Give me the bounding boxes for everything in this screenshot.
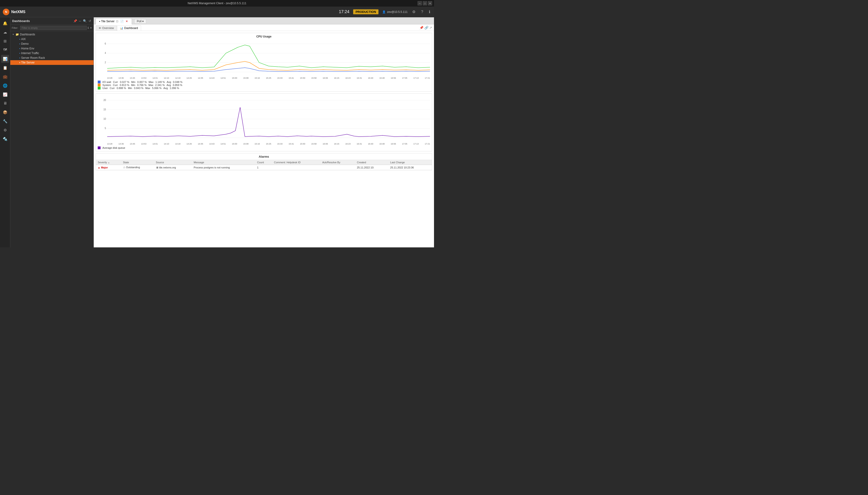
sub-tabs: 👁 Overview 📊 Dashboard 📌 🔗 ↗ [94, 24, 434, 31]
svg-text:2: 2 [105, 61, 106, 64]
legend-iowait-avg-label: Avg [167, 81, 171, 83]
nav-briefcase[interactable]: 💼 [1, 73, 9, 81]
legend-system-avg-label: Avg [167, 84, 171, 86]
col-severity[interactable]: Severity ▲ [96, 160, 121, 165]
tree-dashboard-icon: ▪ [19, 52, 20, 55]
title-text: NetXMS Management Client - zev@10.5.5.11… [188, 2, 246, 5]
legend-iowait-curr-label: Curr [113, 81, 118, 83]
maximize-button[interactable]: □ [423, 1, 427, 5]
nav-package[interactable]: 📦 [1, 108, 9, 116]
tree-item-tile-server[interactable]: ▪ Tile Server [10, 60, 93, 65]
app-name: NetXMS [11, 10, 25, 14]
filter-info-icon[interactable]: ℹ [88, 26, 89, 30]
disk-chart-block: 20 15 10 5 13:2813:3613:4513:5314:0114:1… [96, 93, 432, 151]
tree-item-aix[interactable]: ▪ AIX [10, 37, 93, 41]
col-helpdesk[interactable]: Comment: Helpdesk ID [272, 160, 320, 165]
col-created[interactable]: Created [355, 160, 388, 165]
col-state[interactable]: State [121, 160, 154, 165]
tree-area: ▼ 📁 Dashboards ▪ AIX ▪ Demo ▪ Home Env [10, 31, 93, 248]
disk-legend: Average disk queue [98, 147, 430, 149]
alarm-state-cell: ⚠ Outstanding [121, 165, 154, 170]
cpu-chart-block: CPU Usage 6 4 2 [96, 33, 432, 91]
sidebar-filter-icon[interactable]: 🔍 [83, 19, 87, 23]
sidebar-pin-icon[interactable]: 📌 [73, 19, 78, 23]
tab-bar: ▪ Tile Server ⊡ 📄 ✕ Poll ▾ [94, 17, 434, 24]
sub-tabs-right: 📌 🔗 ↗ [420, 26, 432, 31]
svg-text:10: 10 [103, 118, 106, 120]
col-last-change[interactable]: Last Change [388, 160, 432, 165]
tree-item-server-room-rack[interactable]: ▪ Server Room Rack [10, 55, 93, 60]
col-source[interactable]: Source [154, 160, 192, 165]
source-label: tile.netxms.org [159, 166, 176, 169]
sidebar-header: Dashboards 📌 ─ 🔍 ↺ [10, 17, 93, 25]
alarm-ack-cell [320, 165, 355, 170]
legend-iowait: I/O wait Curr 0.027 % Min 0.007 % Max 1.… [98, 81, 430, 83]
tab-clone-icon[interactable]: 📄 [120, 20, 124, 23]
content-area: ▪ Tile Server ⊡ 📄 ✕ Poll ▾ 👁 Overview [94, 17, 434, 248]
count-col-label: Count [257, 161, 264, 164]
tab-dashboard[interactable]: 📊 Dashboard [117, 25, 141, 31]
poll-button[interactable]: Poll ▾ [134, 19, 146, 24]
popout-icon[interactable]: ↗ [429, 26, 432, 30]
filter-clear-icon[interactable]: ✕ [90, 26, 92, 30]
col-message[interactable]: Message [192, 160, 255, 165]
cpu-legend: I/O wait Curr 0.027 % Min 0.007 % Max 1.… [98, 81, 430, 89]
nav-cloud[interactable]: ☁ [1, 28, 9, 36]
nav-chart[interactable]: 📈 [1, 90, 9, 98]
nav-wrench[interactable]: 🔩 [1, 135, 9, 143]
info-icon[interactable]: ℹ [428, 9, 431, 15]
cpu-x-axis: 13:2813:3613:4513:5314:0114:1014:1814:26… [98, 77, 430, 79]
pin-icon[interactable]: 📌 [420, 26, 423, 30]
disk-chart-svg: 20 15 10 5 [98, 96, 430, 142]
minimize-button[interactable]: ─ [418, 1, 422, 5]
help-icon[interactable]: ? [420, 10, 424, 15]
nav-globe[interactable]: 🌐 [1, 82, 9, 89]
tree-dashboard-icon: ▪ [19, 42, 20, 46]
nav-map[interactable]: 🗺 [1, 46, 9, 54]
charts-container: CPU Usage 6 4 2 [94, 31, 434, 248]
nav-dashboard[interactable]: 📊 [1, 55, 9, 63]
col-count[interactable]: Count [255, 160, 272, 165]
tree-label: AIX [21, 37, 91, 41]
tab-overview[interactable]: 👁 Overview [96, 25, 117, 31]
tab-close-icon[interactable]: ✕ [125, 20, 129, 23]
tab-label: Tile Server [101, 20, 115, 23]
severity-col-label: Severity [98, 161, 107, 164]
nav-tools[interactable]: 🔧 [1, 117, 9, 125]
nav-layers[interactable]: ⊞ [1, 37, 9, 45]
nav-monitor[interactable]: 🖥 [1, 99, 9, 107]
unpin-icon[interactable]: 🔗 [424, 26, 428, 30]
tree-label: Internet Traffic [21, 52, 91, 55]
filter-input[interactable] [20, 26, 87, 30]
tree-dashboard-icon: ▪ [19, 61, 20, 64]
legend-system-max: 2.341 % [155, 84, 165, 86]
table-row[interactable]: ▲ Major ⚠ Outstanding 🖥 tile.netxms.org [96, 165, 432, 170]
close-button[interactable]: ✕ [428, 1, 432, 5]
tree-item-internet-traffic[interactable]: ▪ Internet Traffic [10, 51, 93, 55]
nav-settings[interactable]: ⚙ [1, 126, 9, 134]
tree-item-demo[interactable]: ▪ Demo [10, 41, 93, 46]
count-value: 1 [257, 166, 258, 169]
sidebar-minus-icon[interactable]: ─ [79, 19, 82, 23]
tree-item-home-env[interactable]: ▪ Home Env [10, 46, 93, 51]
sidebar-title: Dashboards [12, 19, 72, 23]
state-label: Outstanding [126, 166, 140, 169]
settings-icon[interactable]: ⚙ [411, 9, 416, 15]
legend-system-color [98, 84, 101, 86]
sidebar-refresh-icon[interactable]: ↺ [88, 19, 91, 23]
alarm-severity-cell: ▲ Major [96, 165, 121, 170]
legend-system-label: System [102, 84, 111, 86]
tab-tile-server[interactable]: ▪ Tile Server ⊡ 📄 ✕ [96, 18, 132, 24]
legend-user-color [98, 87, 101, 89]
nav-notifications[interactable]: 🔔 [1, 19, 9, 27]
tab-new-window-icon[interactable]: ⊡ [116, 20, 119, 23]
titlebar: NetXMS Management Client - zev@10.5.5.11… [0, 0, 434, 6]
col-ack[interactable]: Ack/Resolve By [320, 160, 355, 165]
user-icon: 👤 [382, 10, 386, 14]
legend-user-label: User [102, 87, 108, 89]
source-col-label: Source [156, 161, 164, 164]
sidebar: Dashboards 📌 ─ 🔍 ↺ Filter: ℹ ✕ ▼ 📁 Dashb… [10, 17, 94, 248]
tree-item-dashboards-root[interactable]: ▼ 📁 Dashboards [10, 32, 93, 37]
poll-dropdown-icon: ▾ [142, 20, 144, 23]
nav-reports[interactable]: 📋 [1, 64, 9, 72]
